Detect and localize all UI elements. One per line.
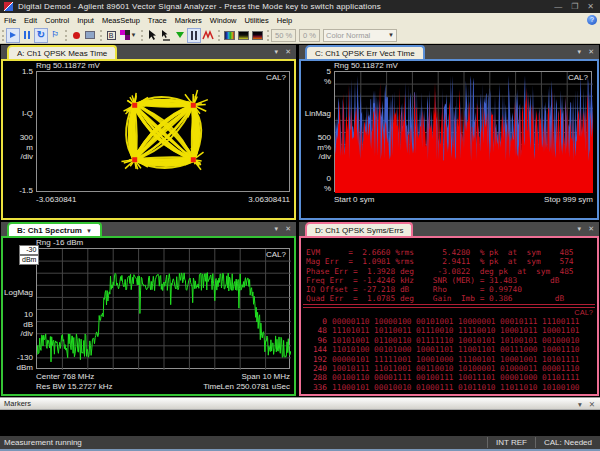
menu-trace[interactable]: Trace	[144, 16, 171, 25]
menu-bar: File Edit Control Input MeasSetup Trace …	[0, 13, 600, 27]
band-marker-button[interactable]	[187, 28, 201, 43]
markers-window-header[interactable]: Markers ▾ ✕	[0, 397, 600, 410]
tab-panel-d[interactable]: D: Ch1 QPSK Syms/Errs	[305, 222, 413, 236]
color-mode-combo[interactable]: Color Normal ▼	[323, 29, 397, 42]
panel-c-xmin: Start 0 sym	[334, 195, 374, 204]
panel-d-syms-errs: D: Ch1 QPSK Syms/Errs ▾ ✕ EVM = 2.6660 %…	[299, 222, 599, 396]
help-icon[interactable]: ?	[587, 15, 597, 25]
panel-b-range: Rng -16 dBm	[36, 238, 83, 247]
panel-a-ymax: 1.5	[3, 67, 33, 77]
select-cursor-button[interactable]	[145, 28, 159, 43]
panel-a-minimize-icon[interactable]: ▾	[275, 47, 279, 56]
menu-edit[interactable]: Edit	[20, 16, 41, 25]
symbol-table-row: 3361100010100010010010001110101101011011…	[305, 383, 593, 392]
menu-utilities[interactable]: Utilities	[241, 16, 273, 25]
minimize-button[interactable]: —	[554, 2, 562, 11]
stat-freq-err: Freq Err = -1.4246 kHz SNR (MER) = 31.48…	[306, 276, 593, 285]
symbol-table-row: 1920000010111111001100010001110010110001…	[305, 355, 593, 364]
dropdown-arrow-icon: ▼	[131, 32, 137, 38]
markers-minimize-icon[interactable]: ▾	[578, 400, 582, 409]
panel-a-xmin: -3.0630841	[36, 195, 76, 204]
tab-panel-a[interactable]: A: Ch1 QPSK Meas Time	[7, 45, 117, 59]
menu-help[interactable]: Help	[273, 16, 296, 25]
cursor-icon	[148, 30, 157, 41]
symbol-table-row: 2880010011000001111001001111001110100001…	[305, 373, 593, 382]
record-button[interactable]	[69, 28, 83, 43]
panel-d-cal-badge: CAL?	[574, 308, 593, 317]
panel-c-minimize-icon[interactable]: ▾	[578, 47, 582, 56]
panel-c-range: Rng 50.11872 mV	[334, 61, 398, 70]
stat-phase-err: Phase Err = 1.3928 deg -3.0822 deg pk at…	[306, 267, 593, 276]
zoom-y-field[interactable]: 0 %	[299, 29, 320, 42]
history-icon	[252, 31, 263, 40]
peak-search-button[interactable]	[173, 28, 187, 43]
flag-button[interactable]: ⚐	[48, 28, 62, 43]
cumulative-history-button[interactable]	[250, 28, 264, 43]
offset-marker-button[interactable]	[201, 28, 215, 43]
combo-arrow-icon: ▼	[388, 32, 394, 38]
tab-dropdown-icon[interactable]: ▼	[86, 228, 92, 234]
app-icon	[4, 2, 13, 11]
panel-b-close-icon[interactable]: ✕	[285, 224, 291, 233]
recording-button[interactable]	[83, 28, 97, 43]
pause-button[interactable]	[20, 28, 34, 43]
waterfall-button[interactable]	[236, 28, 250, 43]
panel-a-xmax: 3.06308411	[248, 195, 290, 204]
symbol-table-row: 0000001101000010000101001100000010001011…	[305, 317, 593, 326]
panel-c-ymin: 0 %	[301, 174, 331, 193]
marker-cursor-icon	[161, 30, 171, 41]
panel-c-close-icon[interactable]: ✕	[588, 47, 594, 56]
status-message: Measurement running	[0, 438, 487, 447]
trace-grid-area: A: Ch1 QPSK Meas Time ▾ ✕ Rng 50.11872 m…	[0, 44, 600, 397]
panel-b-yscale: 10 dB /div	[3, 310, 33, 339]
panel-d-error-summary: EVM = 2.6660 %rms 5.4280 % pk at sym 485…	[306, 248, 593, 304]
panel-d-close-icon[interactable]: ✕	[588, 224, 594, 233]
symbol-table-row: 9610101001011001100111111010010101101001…	[305, 336, 593, 345]
close-button[interactable]: ✕	[587, 2, 594, 11]
panel-a-plot: CAL?	[36, 71, 290, 192]
panel-b-timelen: TimeLen 250.0781 uSec	[203, 382, 290, 391]
trace-layout-button[interactable]: ▼	[118, 28, 138, 43]
tab-panel-b[interactable]: B: Ch1 Spectrum ▼	[7, 222, 102, 236]
zoom-x-field[interactable]: 50 %	[271, 29, 296, 42]
panel-c-plot: CAL?	[334, 71, 592, 192]
panel-a-close-icon[interactable]: ✕	[285, 47, 291, 56]
panel-a-range: Rng 50.11872 mV	[36, 61, 100, 70]
menu-meassetup[interactable]: MeasSetup	[98, 16, 144, 25]
panel-b-ymin: -130 dBm	[3, 353, 33, 372]
panel-c-err-vect: C: Ch1 QPSK Err Vect Time ▾ ✕ Rng 50.118…	[299, 45, 599, 220]
menu-file[interactable]: File	[0, 16, 20, 25]
restart-icon: ↻	[37, 30, 45, 40]
tab-panel-c[interactable]: C: Ch1 QPSK Err Vect Time	[305, 45, 425, 59]
app-window: Digital Demod - Agilent 89601 Vector Sig…	[0, 0, 600, 451]
play-button[interactable]	[6, 28, 20, 43]
panel-c-ymax: 5 %	[301, 67, 331, 86]
stat-mag-err: Mag Err = 1.0981 %rms 2.9411 % pk at sym…	[306, 257, 593, 266]
panel-c-yaxis-label: LinMag	[301, 109, 331, 119]
menu-input[interactable]: Input	[73, 16, 98, 25]
menu-control[interactable]: Control	[41, 16, 73, 25]
toolbar: ↻ ⚐ B ▼	[0, 27, 600, 44]
markers-close-icon[interactable]: ✕	[589, 400, 595, 409]
markers-window-body	[0, 410, 600, 436]
panel-a-cal-badge: CAL?	[266, 73, 286, 82]
peak-triangle-icon	[176, 32, 184, 38]
menu-markers[interactable]: Markers	[171, 16, 206, 25]
stat-iq-offset: IQ Offset = -27.218 dB Rho = 0.99740	[306, 285, 593, 294]
spectrogram-button[interactable]	[222, 28, 236, 43]
symbol-table-row: 1441101010000101000100011011100110100111…	[305, 345, 593, 354]
panel-d-symbol-table: 0000001101000010000101001100000010001011…	[305, 317, 593, 392]
panel-a-yaxis-label: I-Q	[3, 109, 33, 119]
restart-button[interactable]: ↻	[34, 28, 48, 43]
markers-title: Markers	[4, 399, 31, 408]
status-cal-needed: CAL: Needed	[535, 437, 600, 448]
marker-cursor-button[interactable]	[159, 28, 173, 43]
trace-grid-icon	[120, 30, 130, 40]
panel-b-ref-level-tag[interactable]: -30 dBm	[19, 245, 39, 265]
measurement-b-button[interactable]: B	[104, 28, 118, 43]
panel-b-minimize-icon[interactable]: ▾	[275, 224, 279, 233]
maximize-button[interactable]: ❐	[571, 2, 578, 11]
menu-window[interactable]: Window	[206, 16, 241, 25]
panel-d-minimize-icon[interactable]: ▾	[578, 224, 582, 233]
marker-m-icon	[202, 30, 214, 40]
